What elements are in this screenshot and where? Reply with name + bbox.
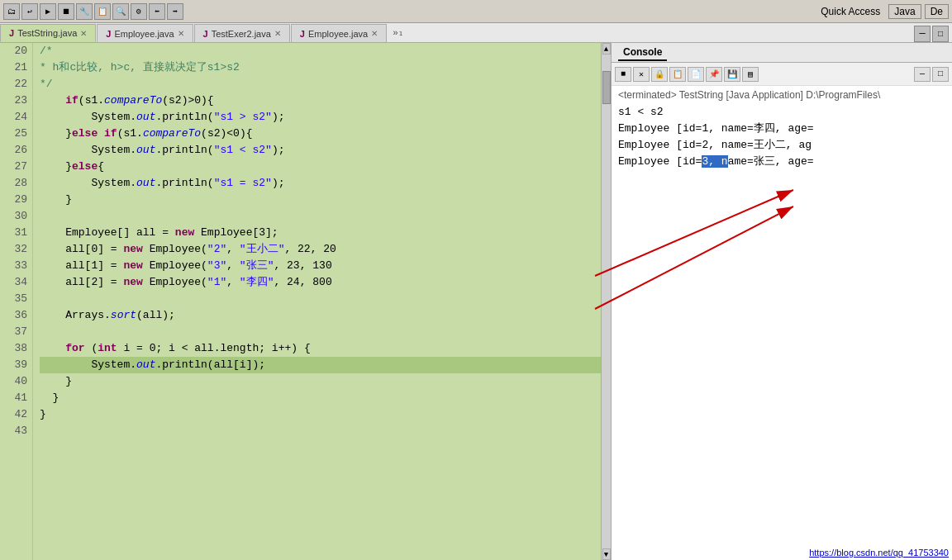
code-line-38: for (int i = 0; i < all.length; i++) { — [40, 340, 601, 357]
code-line-24: System.out.println("s1 > s2"); — [40, 109, 601, 126]
code-line-31: Employee[] all = new Employee[3]; — [40, 225, 601, 241]
code-line-37 — [40, 324, 601, 340]
toolbar-icon-10[interactable]: ➡ — [167, 3, 183, 20]
code-line-43 — [40, 423, 601, 439]
scrollbar-thumb[interactable] — [602, 71, 611, 104]
console-stop-btn[interactable]: ■ — [615, 67, 631, 82]
console-save-btn[interactable]: 💾 — [724, 67, 740, 82]
java-button[interactable]: Java — [888, 4, 921, 19]
de-button[interactable]: De — [925, 4, 949, 19]
bottom-bar: https://blog.csdn.net/qq_41753340 — [638, 545, 952, 560]
console-content: <terminated> TestString [Java Applicatio… — [612, 86, 952, 326]
tab-close-3[interactable]: ✕ — [274, 29, 281, 38]
quick-access-label: Quick Access — [816, 6, 885, 17]
line-numbers: 20 21 22 23 24 25 26 27 28 29 30 31 32 3… — [0, 43, 33, 560]
toolbar-icon-2[interactable]: ↩ — [21, 3, 38, 20]
console-clear-btn[interactable]: ✕ — [633, 67, 650, 82]
console-scroll-lock-btn[interactable]: 🔒 — [651, 67, 668, 82]
code-scrollbar[interactable]: ▲ ▼ — [601, 43, 611, 560]
console-output-1: s1 < s2 — [618, 104, 945, 121]
tab-icon-4: J — [300, 29, 305, 39]
top-toolbar: 🗂 ↩ ▶ ⏹ 🔧 📋 🔍 ⚙ ⬅ ➡ Quick Access Java De — [0, 0, 952, 23]
tab-label-2: Employee.java — [114, 29, 174, 39]
console-terminated-text: <terminated> TestString [Java Applicatio… — [618, 89, 945, 101]
tab-testexer2[interactable]: J TestExer2.java ✕ — [194, 24, 290, 42]
console-toolbar-left: ■ ✕ 🔒 📋 📄 📌 💾 ▤ — [615, 67, 759, 82]
toolbar-right: Quick Access Java De — [816, 4, 949, 19]
code-line-32: all[0] = new Employee("2", "王小二", 22, 20 — [40, 241, 601, 258]
console-panel: Console ■ ✕ 🔒 📋 📄 📌 💾 ▤ — □ <terminated> — [612, 43, 952, 560]
code-line-20: /* — [40, 43, 601, 59]
console-header: Console — [612, 43, 952, 63]
console-toolbar: ■ ✕ 🔒 📋 📄 📌 💾 ▤ — □ — [612, 63, 952, 86]
toolbar-icon-7[interactable]: 🔍 — [112, 3, 129, 20]
console-output-4: Employee [id=3, name=张三, age= — [618, 154, 945, 170]
tab-label-1: TestString.java — [17, 28, 77, 38]
console-toolbar-right: — □ — [914, 67, 949, 82]
code-line-28: System.out.println("s1 = s2"); — [40, 175, 601, 192]
code-line-34: all[2] = new Employee("1", "李四", 24, 800 — [40, 274, 601, 291]
code-line-42: } — [40, 406, 601, 423]
tab-employee1[interactable]: J Employee.java ✕ — [97, 24, 193, 42]
tab-close-2[interactable]: ✕ — [178, 29, 184, 38]
code-lines[interactable]: /* * h和c比较, h>c, 直接就决定了s1>s2 */ if(s1.co… — [33, 43, 601, 560]
code-line-23: if(s1.compareTo(s2)>0){ — [40, 93, 601, 109]
code-line-26: System.out.println("s1 < s2"); — [40, 142, 601, 159]
code-line-33: all[1] = new Employee("3", "张三", 23, 130 — [40, 258, 601, 274]
console-pin-btn[interactable]: 📌 — [706, 67, 722, 82]
code-line-21: * h和c比较, h>c, 直接就决定了s1>s2 — [40, 59, 601, 76]
console-minimize-btn[interactable]: — — [914, 67, 931, 82]
console-paste-btn[interactable]: 📄 — [688, 67, 704, 82]
console-maximize-btn[interactable]: □ — [932, 67, 949, 82]
console-output-3: Employee [id=2, name=王小二, ag — [618, 137, 945, 154]
toolbar-icon-9[interactable]: ⬅ — [149, 3, 165, 20]
toolbar-left: 🗂 ↩ ▶ ⏹ 🔧 📋 🔍 ⚙ ⬅ ➡ — [3, 3, 183, 20]
tab-icon-3: J — [203, 29, 208, 39]
code-line-27: }else{ — [40, 159, 601, 175]
console-tab[interactable]: Console — [618, 45, 667, 61]
tab-label-3: TestExer2.java — [212, 29, 271, 39]
tab-label-4: Employee.java — [308, 29, 368, 39]
console-copy-btn[interactable]: 📋 — [669, 67, 686, 82]
tab-employee2[interactable]: J Employee.java ✕ — [291, 24, 387, 42]
toolbar-icon-8[interactable]: ⚙ — [131, 3, 147, 20]
toolbar-icon-6[interactable]: 📋 — [94, 3, 111, 20]
main-area: 20 21 22 23 24 25 26 27 28 29 30 31 32 3… — [0, 43, 952, 560]
tab-close-4[interactable]: ✕ — [371, 29, 378, 38]
code-line-36: Arrays.sort(all); — [40, 307, 601, 324]
code-line-22: */ — [40, 76, 601, 93]
code-line-25: }else if(s1.compareTo(s2)<0){ — [40, 126, 601, 142]
maximize-button[interactable]: □ — [932, 26, 949, 42]
console-highlight: 3, n — [702, 155, 727, 168]
tab-teststring[interactable]: J TestString.java ✕ — [0, 24, 96, 42]
code-line-39: System.out.println(all[i]); — [40, 357, 601, 373]
code-line-30 — [40, 208, 601, 225]
status-link[interactable]: https://blog.csdn.net/qq_41753340 — [809, 548, 949, 558]
tab-bar: J TestString.java ✕ J Employee.java ✕ J … — [0, 23, 952, 43]
console-output-2: Employee [id=1, name=李四, age= — [618, 121, 945, 137]
code-line-29: } — [40, 192, 601, 208]
code-line-35 — [40, 291, 601, 307]
tab-overflow[interactable]: »₁ — [388, 27, 408, 38]
toolbar-icon-3[interactable]: ▶ — [40, 3, 56, 20]
tab-close-1[interactable]: ✕ — [80, 29, 87, 38]
toolbar-icon-4[interactable]: ⏹ — [58, 3, 74, 20]
code-line-41: } — [40, 390, 601, 406]
code-editor[interactable]: 20 21 22 23 24 25 26 27 28 29 30 31 32 3… — [0, 43, 612, 560]
tab-icon-1: J — [9, 28, 14, 38]
minimize-button[interactable]: — — [914, 26, 931, 42]
code-line-40: } — [40, 373, 601, 390]
toolbar-icon-5[interactable]: 🔧 — [76, 3, 93, 20]
tab-icon-2: J — [106, 29, 111, 39]
console-expand-btn[interactable]: ▤ — [742, 67, 759, 82]
toolbar-icon-1[interactable]: 🗂 — [3, 3, 20, 20]
